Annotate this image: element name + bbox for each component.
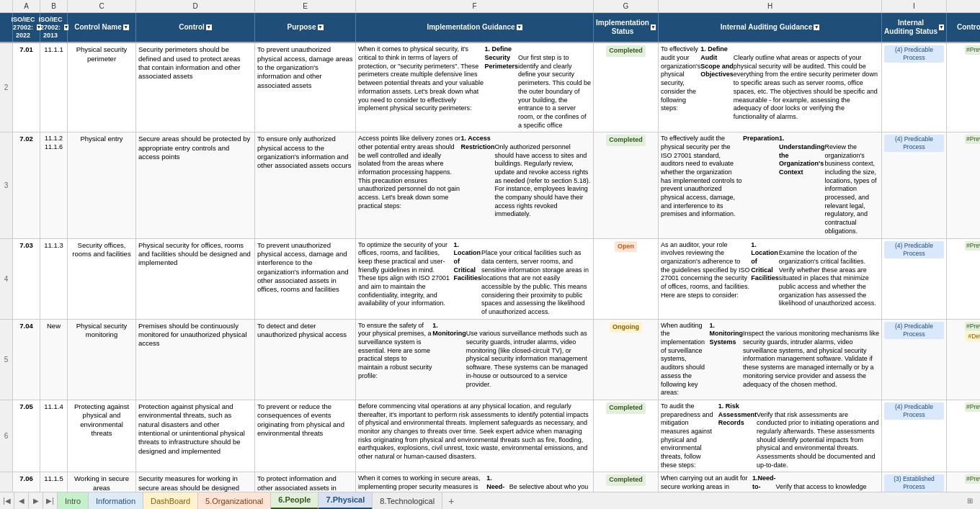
cell-f[interactable]: To optimize the security of your offices… [356, 239, 594, 319]
tab-people[interactable]: 6.People [271, 492, 318, 510]
col-letter-a: A [13, 0, 40, 12]
tab-information[interactable]: Information [89, 492, 143, 510]
cell-f[interactable]: To ensure the safety of your physical pr… [356, 320, 594, 400]
cell-i[interactable]: (4) Predicable Process [882, 43, 947, 132]
cell-d[interactable]: Secure areas should be protected by appr… [136, 132, 255, 238]
tab-physical[interactable]: 7.Physical [318, 492, 373, 510]
header-col-g[interactable]: Implementation Status ▼ [594, 13, 659, 42]
cell-j[interactable]: #Preventive [947, 239, 980, 319]
cell-g[interactable]: Completed [594, 132, 659, 238]
cell-e[interactable]: To detect and deter unauthorized physica… [255, 320, 356, 400]
tag-preventive: #Preventive [965, 322, 980, 331]
cell-e[interactable]: To protect information and other associa… [255, 472, 356, 492]
nav-right-end[interactable]: ▶| [43, 492, 58, 510]
cell-j[interactable]: #Preventive #Detective [947, 320, 980, 400]
cell-a[interactable]: 7.03 [13, 239, 40, 319]
filter-arrow-f[interactable]: ▼ [517, 24, 522, 30]
header-col-j[interactable]: Control Type ▼ [947, 13, 980, 42]
col-letter-e: E [255, 0, 356, 12]
cell-b[interactable]: New [40, 320, 68, 400]
cell-b[interactable]: 11.1.3 [40, 239, 68, 319]
header-col-e[interactable]: Purpose ▼ [255, 13, 356, 42]
filter-arrow-c[interactable]: ▼ [123, 24, 129, 30]
tab-add-button[interactable]: + [442, 495, 460, 507]
cell-a[interactable]: 7.01 [13, 43, 40, 132]
header-col-a[interactable]: ISO/IEC 27002: 2022 ▼ [13, 13, 40, 42]
cell-f[interactable]: Before commencing vital operations at an… [356, 400, 594, 472]
col-letter-c: C [68, 0, 136, 12]
cell-h[interactable]: When carrying out an audit for secure wo… [659, 472, 882, 492]
col-letter-h: H [659, 0, 882, 12]
header-col-b[interactable]: ISO/IEC 27002: 2013 ▼ [40, 13, 68, 42]
cell-d[interactable]: Premises should be continuously monitore… [136, 320, 255, 400]
cell-j[interactable]: #Preventive [947, 400, 980, 472]
filter-arrow-e[interactable]: ▼ [318, 24, 324, 30]
cell-e[interactable]: To ensure only authorized physical acces… [255, 132, 356, 238]
cell-d[interactable]: Protection against physical and environm… [136, 400, 255, 472]
header-row: ISO/IEC 27002: 2022 ▼ ISO/IEC 27002: 201… [0, 13, 980, 43]
cell-c[interactable]: Physical entry [68, 132, 136, 238]
cell-h[interactable]: To audit the preparedness and mitigation… [659, 400, 882, 472]
cell-e[interactable]: To prevent unauthorized physical access,… [255, 43, 356, 132]
cell-h[interactable]: To effectively audit the physical securi… [659, 132, 882, 238]
tag-preventive: #Preventive [965, 135, 980, 144]
cell-h[interactable]: To effectively audit your organization's… [659, 43, 882, 132]
cell-f[interactable]: When it comes to working in secure areas… [356, 472, 594, 492]
cell-h[interactable]: When auditing the implementation of surv… [659, 320, 882, 400]
filter-arrow-i[interactable]: ▼ [939, 24, 944, 30]
header-col-h[interactable]: Internal Auditing Guidance ▼ [659, 13, 882, 42]
cell-a[interactable]: 7.02 [13, 132, 40, 238]
cell-c[interactable]: Security offices, rooms and facilities [68, 239, 136, 319]
cell-f[interactable]: When it comes to physical security, it's… [356, 43, 594, 132]
header-col-d[interactable]: Control ▼ [136, 13, 255, 42]
cell-e[interactable]: To prevent unauthorized physical access,… [255, 239, 356, 319]
filter-arrow-d[interactable]: ▼ [206, 24, 212, 30]
filter-arrow-h[interactable]: ▼ [814, 24, 819, 30]
cell-e[interactable]: To prevent or reduce the consequences of… [255, 400, 356, 472]
cell-i[interactable]: (3) Established Process [882, 472, 947, 492]
tab-technological[interactable]: 8.Technological [373, 492, 442, 510]
header-d-text: Control [179, 23, 205, 32]
nav-right[interactable]: ▶ [29, 492, 43, 510]
cell-d[interactable]: Physical security for offices, rooms and… [136, 239, 255, 319]
cell-i[interactable]: (4) Predicable Process [882, 320, 947, 400]
tab-intro[interactable]: Intro [58, 492, 89, 510]
cell-d[interactable]: Security perimeters should be defined an… [136, 43, 255, 132]
cell-b[interactable]: 11.1.4 [40, 400, 68, 472]
cell-j[interactable]: #Preventive [947, 132, 980, 238]
status-badge: Ongoing [610, 322, 642, 333]
header-col-c[interactable]: Control Name ▼ [68, 13, 136, 42]
cell-g[interactable]: Completed [594, 472, 659, 492]
cell-c[interactable]: Protecting against physical and environm… [68, 400, 136, 472]
row-number: 6 [0, 400, 13, 472]
control-type-tags: #Preventive [965, 45, 980, 55]
cell-g[interactable]: Completed [594, 43, 659, 132]
cell-a[interactable]: 7.06 [13, 472, 40, 492]
cell-i[interactable]: (4) Predicable Process [882, 239, 947, 319]
cell-g[interactable]: Open [594, 239, 659, 319]
cell-j[interactable]: #Preventive [947, 472, 980, 492]
cell-c[interactable]: Physical security perimeter [68, 43, 136, 132]
cell-b[interactable]: 11.1.211.1.6 [40, 132, 68, 238]
cell-b[interactable]: 11.1.1 [40, 43, 68, 132]
cell-c[interactable]: Working in secure areas [68, 472, 136, 492]
cell-a[interactable]: 7.05 [13, 400, 40, 472]
cell-c[interactable]: Physical security monitoring [68, 320, 136, 400]
nav-left[interactable]: ◀ [14, 492, 29, 510]
cell-g[interactable]: Ongoing [594, 320, 659, 400]
tab-organizational[interactable]: 5.Organizational [198, 492, 271, 510]
cell-d[interactable]: Security measures for working in secure … [136, 472, 255, 492]
header-col-f[interactable]: Implementation Guidance ▼ [356, 13, 594, 42]
tab-dashboard[interactable]: DashBoard [143, 492, 198, 510]
header-col-i[interactable]: Internal Auditing Status ▼ [882, 13, 947, 42]
cell-j[interactable]: #Preventive [947, 43, 980, 132]
cell-h[interactable]: As an auditor, your role involves review… [659, 239, 882, 319]
cell-f[interactable]: Access points like delivery zones or oth… [356, 132, 594, 238]
filter-arrow-g[interactable]: ▼ [651, 24, 656, 30]
nav-left-start[interactable]: |◀ [0, 492, 14, 510]
cell-a[interactable]: 7.04 [13, 320, 40, 400]
cell-i[interactable]: (4) Predicable Process [882, 132, 947, 238]
cell-b[interactable]: 11.1.5 [40, 472, 68, 492]
cell-g[interactable]: Completed [594, 400, 659, 472]
cell-i[interactable]: (4) Predicable Process [882, 400, 947, 472]
